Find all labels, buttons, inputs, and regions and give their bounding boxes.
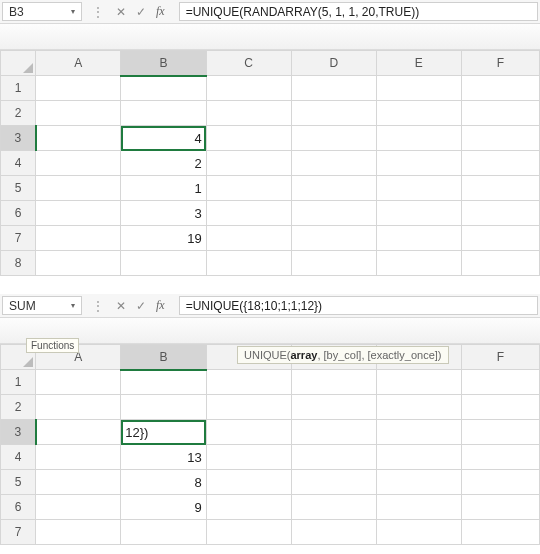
cell[interactable] [461, 151, 539, 176]
col-header-B[interactable]: B [121, 51, 206, 76]
formula-input[interactable]: =UNIQUE(RANDARRAY(5, 1, 1, 20,TRUE)) [179, 2, 538, 21]
cell[interactable] [121, 520, 207, 545]
cell[interactable] [461, 76, 539, 101]
cell-B5[interactable]: 8 [121, 470, 207, 495]
fx-icon[interactable]: fx [156, 298, 171, 313]
row-header[interactable]: 1 [1, 76, 36, 101]
cell[interactable] [36, 495, 121, 520]
cell[interactable] [36, 251, 121, 276]
row-header[interactable]: 3 [1, 126, 36, 151]
cell[interactable] [206, 520, 291, 545]
cell[interactable] [376, 101, 461, 126]
cell[interactable] [461, 370, 539, 395]
cell[interactable] [461, 495, 539, 520]
row-header[interactable]: 4 [1, 445, 36, 470]
row-header[interactable]: 6 [1, 201, 36, 226]
cell[interactable] [461, 520, 539, 545]
cell[interactable] [291, 495, 376, 520]
cell[interactable] [36, 76, 121, 101]
col-header-E[interactable]: E [376, 51, 461, 76]
cell[interactable] [291, 251, 376, 276]
cell[interactable] [36, 470, 121, 495]
cell[interactable] [121, 101, 206, 126]
name-box[interactable]: B3 ▾ [2, 2, 82, 21]
cell[interactable] [36, 176, 121, 201]
cell[interactable] [461, 470, 539, 495]
confirm-icon[interactable]: ✓ [136, 299, 146, 313]
fx-icon[interactable]: fx [156, 4, 171, 19]
col-header-D[interactable]: D [291, 51, 376, 76]
cell[interactable] [36, 420, 121, 445]
cell[interactable] [376, 76, 461, 101]
cell[interactable] [376, 251, 461, 276]
cell-B4[interactable]: 13 [121, 445, 207, 470]
cell[interactable] [36, 101, 121, 126]
cell[interactable] [206, 445, 291, 470]
spreadsheet-grid[interactable]: A B C D E F 1 2 312}) 413 58 69 7 [0, 344, 540, 545]
cell[interactable] [36, 370, 121, 395]
cell[interactable] [376, 395, 461, 420]
cell[interactable] [461, 251, 539, 276]
row-header[interactable]: 5 [1, 176, 36, 201]
cell[interactable] [461, 226, 539, 251]
confirm-icon[interactable]: ✓ [136, 5, 146, 19]
cell[interactable] [376, 445, 461, 470]
cell[interactable] [291, 76, 376, 101]
cell[interactable] [206, 420, 291, 445]
cell[interactable] [461, 445, 539, 470]
cell[interactable] [291, 520, 376, 545]
cell[interactable] [36, 151, 121, 176]
cell[interactable] [206, 126, 291, 151]
cell[interactable] [206, 151, 291, 176]
select-all-corner[interactable] [1, 51, 36, 76]
spreadsheet-grid[interactable]: A B C D E F 1 2 34 42 51 63 719 8 [0, 50, 540, 276]
col-header-B[interactable]: B [121, 345, 207, 370]
cell[interactable] [291, 470, 376, 495]
cell-B3[interactable]: 12}) [121, 420, 207, 445]
cell[interactable] [206, 176, 291, 201]
cell[interactable] [291, 370, 376, 395]
cell[interactable] [291, 101, 376, 126]
cell[interactable] [36, 201, 121, 226]
cell[interactable] [461, 176, 539, 201]
row-header[interactable]: 5 [1, 470, 36, 495]
cell[interactable] [206, 101, 291, 126]
cell[interactable] [206, 470, 291, 495]
cell[interactable] [36, 226, 121, 251]
cell[interactable] [121, 370, 207, 395]
cell[interactable] [376, 151, 461, 176]
cell[interactable] [376, 370, 461, 395]
cell[interactable] [36, 445, 121, 470]
cell[interactable] [36, 520, 121, 545]
cell[interactable] [376, 226, 461, 251]
row-header[interactable]: 4 [1, 151, 36, 176]
cell[interactable] [206, 76, 291, 101]
name-box[interactable]: SUM ▾ [2, 296, 82, 315]
cell[interactable] [461, 126, 539, 151]
cell[interactable] [206, 395, 291, 420]
col-header-A[interactable]: A [36, 51, 121, 76]
col-header-C[interactable]: C [206, 51, 291, 76]
cell[interactable] [461, 395, 539, 420]
cell-B7[interactable]: 19 [121, 226, 206, 251]
cell[interactable] [461, 101, 539, 126]
cell[interactable] [376, 420, 461, 445]
row-header[interactable]: 6 [1, 495, 36, 520]
cell[interactable] [291, 445, 376, 470]
formula-input[interactable]: =UNIQUE({18;10;1;1;12}) [179, 296, 538, 315]
cell[interactable] [121, 251, 206, 276]
cell[interactable] [291, 201, 376, 226]
cell[interactable] [376, 495, 461, 520]
row-header[interactable]: 1 [1, 370, 36, 395]
col-header-F[interactable]: F [461, 51, 539, 76]
cell-B4[interactable]: 2 [121, 151, 206, 176]
cell[interactable] [36, 126, 121, 151]
cell[interactable] [376, 520, 461, 545]
cell[interactable] [36, 395, 121, 420]
cell-B6[interactable]: 3 [121, 201, 206, 226]
cell[interactable] [461, 201, 539, 226]
row-header[interactable]: 8 [1, 251, 36, 276]
cancel-icon[interactable]: ✕ [116, 5, 126, 19]
cell[interactable] [291, 395, 376, 420]
cell[interactable] [376, 176, 461, 201]
